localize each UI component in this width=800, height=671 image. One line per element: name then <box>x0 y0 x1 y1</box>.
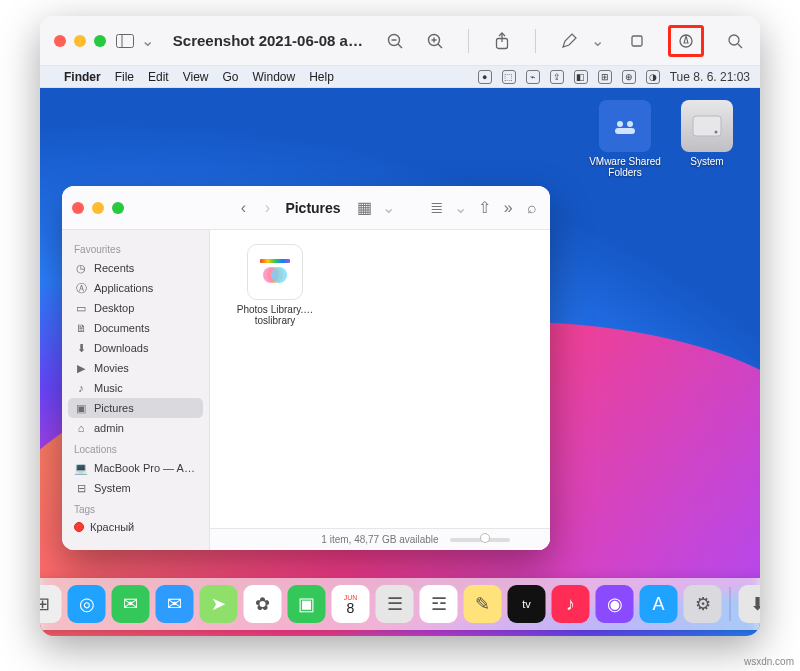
dock-app-contacts[interactable]: ☰ <box>376 585 414 623</box>
fullscreen-button[interactable] <box>112 202 124 214</box>
dock-app-reminders[interactable]: ☲ <box>420 585 458 623</box>
desktop-icon-system-disk[interactable]: System <box>668 100 746 167</box>
dock-app-launchpad[interactable]: ⊞ <box>40 585 62 623</box>
sidebar-item-label: Applications <box>94 282 153 294</box>
status-icon[interactable]: ⊕ <box>622 70 636 84</box>
window-controls <box>54 35 106 47</box>
sidebar-item-system[interactable]: ⊟System <box>68 478 203 498</box>
status-icon[interactable]: ⬚ <box>502 70 516 84</box>
status-icon[interactable]: ● <box>478 70 492 84</box>
sidebar-item-label: Movies <box>94 362 129 374</box>
search-icon[interactable] <box>724 30 746 52</box>
desktop-icon-shared-folder[interactable]: VMware Shared Folders <box>586 100 664 178</box>
dock-app-messages[interactable]: ✉ <box>112 585 150 623</box>
status-icon[interactable]: ⇪ <box>550 70 564 84</box>
back-button[interactable]: ‹ <box>236 199 252 217</box>
dock-app-settings[interactable]: ⚙ <box>684 585 722 623</box>
dock-app-tv[interactable]: tv <box>508 585 546 623</box>
dock-app-photos[interactable]: ✿ <box>244 585 282 623</box>
music-icon: ♪ <box>74 381 88 395</box>
tag-dot-icon <box>74 522 84 532</box>
finder-window: ‹ › Pictures ▦ ⌄ ≣ ⌄ ⇧ » ⌕ Favourites ◷R… <box>62 186 550 550</box>
sidebar-item-documents[interactable]: 🗎Documents <box>68 318 203 338</box>
sidebar-item-desktop[interactable]: ▭Desktop <box>68 298 203 318</box>
dock-app-music[interactable]: ♪ <box>552 585 590 623</box>
status-icon[interactable]: ◑ <box>646 70 660 84</box>
sidebar-item-label: Desktop <box>94 302 134 314</box>
dock-app-appstore[interactable]: A <box>640 585 678 623</box>
sidebar-item-music[interactable]: ♪Music <box>68 378 203 398</box>
sidebar-item-label: Downloads <box>94 342 148 354</box>
menu-view[interactable]: View <box>183 70 209 84</box>
sidebar-heading-tags: Tags <box>74 504 197 515</box>
status-icon[interactable]: ◧ <box>574 70 588 84</box>
pen-icon[interactable] <box>558 30 580 52</box>
svg-rect-0 <box>117 34 134 47</box>
chevron-down-icon[interactable]: ⌄ <box>381 198 397 217</box>
clock-icon: ◷ <box>74 261 88 275</box>
dock-downloads[interactable]: ⬇ <box>739 585 761 623</box>
sidebar-item-label: Recents <box>94 262 134 274</box>
sidebar-item-movies[interactable]: ▶Movies <box>68 358 203 378</box>
zoom-in-icon[interactable] <box>424 30 446 52</box>
svg-line-3 <box>398 44 402 48</box>
sidebar-item-label: Documents <box>94 322 150 334</box>
sidebar-item-downloads[interactable]: ⬇Downloads <box>68 338 203 358</box>
finder-title: Pictures <box>285 200 340 216</box>
share-icon[interactable] <box>491 30 513 52</box>
fullscreen-button[interactable] <box>94 35 106 47</box>
menubar-datetime[interactable]: Tue 8. 6. 21:03 <box>670 70 750 84</box>
desktop-icon-label: System <box>668 156 746 167</box>
menubar: Finder File Edit View Go Window Help ● ⬚… <box>40 66 760 88</box>
markup-icon[interactable] <box>675 30 697 52</box>
search-icon[interactable]: ⌕ <box>524 199 540 217</box>
finder-sidebar: Favourites ◷Recents ⒶApplications ▭Deskt… <box>62 230 210 550</box>
minimize-button[interactable] <box>74 35 86 47</box>
dock-app-podcasts[interactable]: ◉ <box>596 585 634 623</box>
file-item-photos-library[interactable]: Photos Library.…toslibrary <box>230 244 320 326</box>
sidebar-tag-red[interactable]: Красный <box>68 518 203 536</box>
zoom-out-icon[interactable] <box>384 30 406 52</box>
close-button[interactable] <box>72 202 84 214</box>
chevron-down-icon[interactable]: ⌄ <box>138 30 156 52</box>
minimize-button[interactable] <box>92 202 104 214</box>
status-icon[interactable]: ⊞ <box>598 70 612 84</box>
sidebar-item-applications[interactable]: ⒶApplications <box>68 278 203 298</box>
svg-line-6 <box>438 44 442 48</box>
menu-help[interactable]: Help <box>309 70 334 84</box>
share-icon[interactable]: ⇧ <box>476 198 492 217</box>
forward-button[interactable]: › <box>259 199 275 217</box>
close-button[interactable] <box>54 35 66 47</box>
desktop-icon-label: VMware Shared Folders <box>586 156 664 178</box>
dock-app-safari[interactable]: ◎ <box>68 585 106 623</box>
dock-app-calendar[interactable]: JUN8 <box>332 585 370 623</box>
svg-point-16 <box>617 121 623 127</box>
status-icon[interactable]: ⌁ <box>526 70 540 84</box>
sidebar-item-recents[interactable]: ◷Recents <box>68 258 203 278</box>
group-icon[interactable]: ≣ <box>428 198 444 217</box>
menu-window[interactable]: Window <box>253 70 296 84</box>
menubar-app-name[interactable]: Finder <box>64 70 101 84</box>
sidebar-item-macbook[interactable]: 💻MacBook Pro — Admin <box>68 458 203 478</box>
finder-content[interactable]: Photos Library.…toslibrary 1 item, 48,77… <box>210 230 550 550</box>
icon-size-slider-knob[interactable] <box>480 533 490 543</box>
chevron-down-icon[interactable]: ⌄ <box>452 198 468 217</box>
sidebar-item-pictures[interactable]: ▣Pictures <box>68 398 203 418</box>
dock-app-facetime[interactable]: ▣ <box>288 585 326 623</box>
menu-go[interactable]: Go <box>223 70 239 84</box>
svg-point-17 <box>627 121 633 127</box>
dock-app-maps[interactable]: ➤ <box>200 585 238 623</box>
more-icon[interactable]: » <box>500 199 516 217</box>
sidebar-item-home[interactable]: ⌂admin <box>68 418 203 438</box>
dock-app-mail[interactable]: ✉ <box>156 585 194 623</box>
chevron-down-icon[interactable]: ⌄ <box>586 30 608 52</box>
svg-rect-21 <box>260 259 290 263</box>
menu-edit[interactable]: Edit <box>148 70 169 84</box>
view-mode-icon[interactable]: ▦ <box>357 198 373 217</box>
sidebar-toggle-icon[interactable] <box>116 30 134 52</box>
movie-icon: ▶ <box>74 361 88 375</box>
dock-app-notes[interactable]: ✎ <box>464 585 502 623</box>
rotate-icon[interactable] <box>626 30 648 52</box>
markup-button-highlight <box>668 25 704 57</box>
menu-file[interactable]: File <box>115 70 134 84</box>
